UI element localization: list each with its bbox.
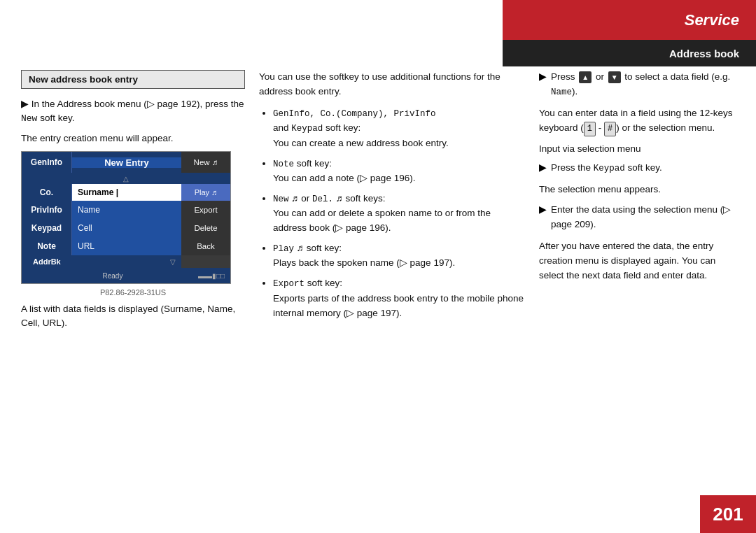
phone-name-label: Name: [72, 201, 181, 219]
phone-keypad-row: Keypad Cell Delete: [22, 219, 230, 237]
bullet-export-mono: Export: [273, 279, 304, 289]
service-header: Service: [503, 0, 756, 40]
name-mono: Name: [551, 87, 572, 97]
bullet-play: Play ♬ soft key: Plays back the spoken n…: [273, 241, 525, 271]
key-hash: #: [604, 122, 616, 136]
bullet-geninfo-mono: GenInfo, Co.(Company), PrivInfo: [273, 109, 436, 119]
phone-co-row: Co. Surname | Play ♬: [22, 184, 230, 201]
phone-url-label: URL: [72, 237, 181, 255]
bullet-del-mono: Del.: [312, 194, 333, 204]
phone-top-row: GenInfo New Entry New ♬: [22, 152, 230, 173]
right-bullet1-text: Press ▲ or ▼ to select a data field (e.g…: [551, 70, 735, 99]
phone-export-button: Export: [181, 201, 230, 219]
phone-play-button: Play ♬: [181, 184, 230, 201]
nav-up-button: ▲: [579, 71, 592, 84]
left-para2: The entry creation menu will appear.: [21, 132, 245, 145]
middle-column: You can use the softkey to use additiona…: [259, 70, 525, 495]
phone-note-row: Note URL Back: [22, 237, 230, 255]
right-bullet2-text: Press the Keypad soft key.: [551, 161, 662, 176]
phone-empty-right: [181, 255, 230, 268]
right-bullet3: ▶ Enter the data using the selection men…: [539, 203, 735, 232]
left-para1: ▶ In the Address book menu (▷ page 192),…: [21, 97, 245, 126]
bullet-note-mono: Note: [273, 159, 294, 169]
page-number: 201: [713, 504, 743, 525]
bullet-geninfo: GenInfo, Co.(Company), PrivInfo and Keyp…: [273, 106, 525, 151]
input-label: Input via selection menu: [539, 142, 735, 157]
phone-cell-label: Cell: [72, 219, 181, 237]
new-keyword: New: [21, 113, 37, 124]
bullet-new-mono: New: [273, 194, 289, 204]
page-number-box: 201: [700, 495, 756, 533]
phone-privinfo-label: PrivInfo: [22, 201, 72, 219]
phone-arrow-down-row: AddrBk ▽: [22, 255, 230, 268]
phone-delete-button: Delete: [181, 219, 230, 237]
service-title: Service: [685, 11, 739, 29]
section-title: New address book entry: [21, 70, 245, 89]
phone-note-label: Note: [22, 237, 72, 255]
phone-new-button: New ♬: [181, 152, 230, 173]
phone-surname-input: Surname |: [72, 187, 181, 197]
nav-down-button: ▼: [608, 71, 621, 84]
phone-ui-mockup: GenInfo New Entry New ♬ △ Co. Surname | …: [21, 151, 231, 284]
right-bullet2: ▶ Press the Keypad soft key.: [539, 161, 735, 176]
right-para3: After you have entered the data, the ent…: [539, 239, 735, 283]
phone-keypad-label: Keypad: [22, 219, 72, 237]
phone-status-row: Ready ▬▬▮□□: [22, 268, 230, 283]
right-para1: You can enter data in a field using the …: [539, 106, 735, 136]
bullet-keypad-mono: Keypad: [291, 124, 323, 134]
phone-geninfo-label: GenInfo: [22, 152, 72, 173]
phone-arrow-up: △: [22, 173, 230, 184]
addressbook-header: Address book: [503, 40, 756, 66]
addressbook-title: Address book: [669, 48, 739, 59]
phone-co-label: Co.: [22, 184, 72, 201]
bullet-export: Export soft key: Exports parts of the ad…: [273, 276, 525, 320]
main-content: New address book entry ▶ In the Address …: [21, 70, 735, 495]
arrow-icon-1: ▶: [539, 71, 547, 82]
middle-bullet-list: GenInfo, Co.(Company), PrivInfo and Keyp…: [259, 106, 525, 321]
right-column: ▶ Press ▲ or ▼ to select a data field (e…: [539, 70, 735, 495]
left-column: New address book entry ▶ In the Address …: [21, 70, 245, 495]
phone-privinfo-row: PrivInfo Name Export: [22, 201, 230, 219]
right-bullet1: ▶ Press ▲ or ▼ to select a data field (e…: [539, 70, 735, 99]
phone-caption: P82.86-2928-31US: [21, 288, 245, 297]
bullet-play-mono: Play: [273, 244, 294, 254]
bullet-note: Note soft key: You can add a note (▷ pag…: [273, 157, 525, 186]
phone-new-entry-label: New Entry: [72, 157, 181, 168]
arrow-icon-3: ▶: [539, 204, 547, 215]
key-1: 1: [584, 122, 596, 136]
phone-back-button: Back: [181, 237, 230, 255]
bullet-new-del: New ♬ or Del. ♬ soft keys: You can add o…: [273, 192, 525, 236]
middle-intro: You can use the softkey to use additiona…: [259, 70, 525, 99]
left-para3: A list with data fields is displayed (Su…: [21, 302, 245, 331]
right-para2: The selection menu appears.: [539, 183, 735, 197]
right-bullet3-text: Enter the data using the selection menu …: [551, 203, 735, 232]
arrow-icon-2: ▶: [539, 162, 547, 173]
keypad-mono: Keypad: [594, 164, 625, 173]
